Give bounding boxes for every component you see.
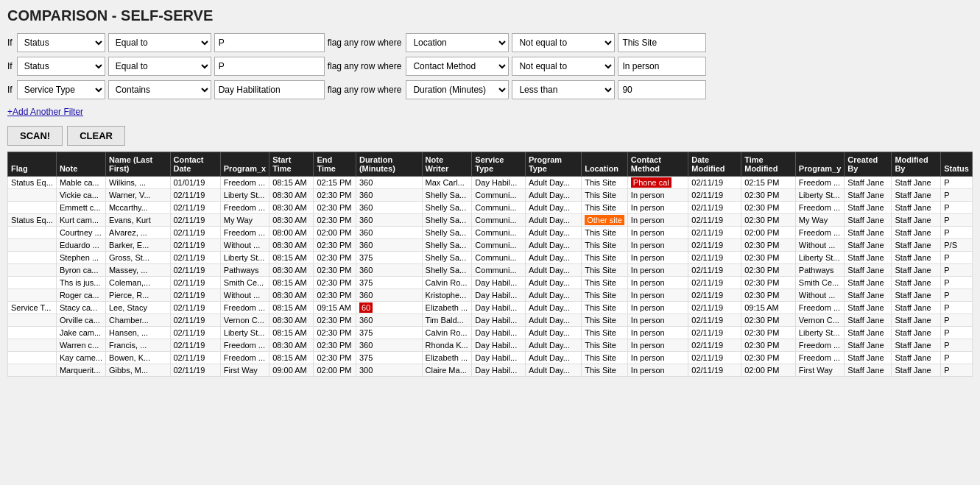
- cell-duration: 300: [356, 364, 422, 377]
- cell-name: Chamber...: [105, 314, 170, 327]
- cell-status: P: [941, 264, 973, 277]
- filter3-value[interactable]: [214, 80, 325, 99]
- cell-note: Roger ca...: [56, 289, 105, 302]
- scan-button[interactable]: SCAN!: [7, 126, 63, 146]
- cell-time-modified: 09:15 AM: [741, 302, 796, 314]
- filter3-field1[interactable]: Service Type Status: [17, 80, 105, 99]
- cell-time-modified: 02:00 PM: [741, 364, 796, 377]
- cell-duration: 360: [356, 314, 422, 327]
- cell-program-y: Smith Ce...: [795, 277, 844, 289]
- cell-date-modified: 02/11/19: [688, 327, 741, 339]
- cell-end-time: 02:15 PM: [314, 177, 356, 189]
- cell-location: This Site: [582, 327, 628, 339]
- cell-time-modified: 02:30 PM: [741, 327, 796, 339]
- cell-note-writer: Shelly Sa...: [422, 214, 472, 227]
- cell-service-type: Communi...: [472, 189, 526, 202]
- cell-location: This Site: [582, 339, 628, 352]
- filter2-value[interactable]: [214, 57, 325, 76]
- add-filter-link[interactable]: +Add Another Filter: [7, 107, 83, 117]
- cell-created-by: Staff Jane: [845, 214, 892, 227]
- filter3-condition2[interactable]: Less than Equal to Not equal to: [512, 80, 615, 99]
- cell-start-time: 08:15 AM: [269, 277, 314, 289]
- cell-service-type: Day Habil...: [472, 289, 526, 302]
- cell-start-time: 08:30 AM: [269, 264, 314, 277]
- cell-modified-by: Staff Jane: [892, 177, 941, 189]
- filter2-flag-label: flag any row where: [328, 61, 402, 71]
- cell-service-type: Day Habil...: [472, 327, 526, 339]
- cell-status: P: [941, 202, 973, 214]
- cell-contact-method: In person: [627, 289, 688, 302]
- cell-flag: [8, 252, 57, 264]
- cell-modified-by: Staff Jane: [892, 202, 941, 214]
- cell-note-writer: Shelly Sa...: [422, 264, 472, 277]
- filter2-field2[interactable]: Contact Method Location Duration (Minute…: [406, 57, 509, 76]
- filter3-field2[interactable]: Duration (Minutes) Location Contact Meth…: [406, 80, 509, 99]
- cell-program-y: First Way: [795, 364, 844, 377]
- cell-program-y: Freedom ...: [795, 177, 844, 189]
- filter1-field1[interactable]: Status Service Type Location: [17, 33, 105, 52]
- cell-contact-date: 02/11/19: [170, 277, 220, 289]
- cell-note: Kay came...: [56, 352, 105, 364]
- col-start-time: Start Time: [269, 152, 314, 177]
- cell-date-modified: 02/11/19: [688, 264, 741, 277]
- filter1-field2[interactable]: Location Contact Method Duration (Minute…: [406, 33, 509, 52]
- cell-flag: [8, 339, 57, 352]
- cell-flag: [8, 352, 57, 364]
- filter2-condition2[interactable]: Not equal to Equal to Less than: [512, 57, 615, 76]
- clear-button[interactable]: CLEAR: [67, 126, 125, 146]
- cell-duration: 360: [356, 239, 422, 252]
- cell-start-time: 08:30 AM: [269, 214, 314, 227]
- col-location: Location: [582, 152, 628, 177]
- cell-program-type: Adult Day...: [525, 264, 581, 277]
- filter3-value2[interactable]: [618, 80, 706, 99]
- table-row: Jake cam...Hansen, ...02/11/19Liberty St…: [8, 327, 973, 339]
- cell-status: P: [941, 314, 973, 327]
- cell-time-modified: 02:30 PM: [741, 264, 796, 277]
- cell-name: Lee, Stacy: [105, 302, 170, 314]
- filter3-condition[interactable]: Contains Equal to Not equal to: [108, 80, 211, 99]
- filter1-condition2[interactable]: Not equal to Equal to Less than: [512, 33, 615, 52]
- filter1-value2[interactable]: [618, 33, 706, 52]
- filter2-value2[interactable]: [618, 57, 706, 76]
- cell-created-by: Staff Jane: [845, 252, 892, 264]
- cell-program-x: Liberty St...: [220, 327, 269, 339]
- cell-service-type: Day Habil...: [472, 302, 526, 314]
- cell-service-type: Communi...: [472, 252, 526, 264]
- cell-created-by: Staff Jane: [845, 239, 892, 252]
- cell-created-by: Staff Jane: [845, 289, 892, 302]
- table-row: Vickie ca...Warner, V...02/11/19Liberty …: [8, 189, 973, 202]
- cell-flag: [8, 289, 57, 302]
- filter2-field1[interactable]: Status Service Type: [17, 57, 105, 76]
- cell-status: P: [941, 227, 973, 239]
- cell-date-modified: 02/11/19: [688, 339, 741, 352]
- cell-end-time: 02:30 PM: [314, 252, 356, 264]
- cell-program-x: Smith Ce...: [220, 277, 269, 289]
- cell-flag: [8, 227, 57, 239]
- cell-created-by: Staff Jane: [845, 339, 892, 352]
- cell-location: This Site: [582, 252, 628, 264]
- col-end-time: End Time: [314, 152, 356, 177]
- filter1-condition[interactable]: Equal to Not equal to Contains: [108, 33, 211, 52]
- cell-program-x: First Way: [220, 364, 269, 377]
- cell-program-type: Adult Day...: [525, 239, 581, 252]
- cell-status: P: [941, 252, 973, 264]
- cell-modified-by: Staff Jane: [892, 277, 941, 289]
- filter2-condition[interactable]: Equal to Not equal to Contains: [108, 57, 211, 76]
- cell-date-modified: 02/11/19: [688, 227, 741, 239]
- cell-modified-by: Staff Jane: [892, 214, 941, 227]
- filter1-value[interactable]: [214, 33, 325, 52]
- cell-start-time: 08:30 AM: [269, 339, 314, 352]
- button-row: SCAN! CLEAR: [7, 126, 973, 146]
- cell-status: P: [941, 327, 973, 339]
- cell-status: P: [941, 339, 973, 352]
- cell-location: This Site: [582, 177, 628, 189]
- cell-note-writer: Claire Ma...: [422, 364, 472, 377]
- cell-end-time: 02:00 PM: [314, 227, 356, 239]
- cell-date-modified: 02/11/19: [688, 202, 741, 214]
- cell-contact-method: Phone cal: [627, 177, 688, 189]
- cell-start-time: 08:15 AM: [269, 252, 314, 264]
- cell-contact-date: 02/11/19: [170, 227, 220, 239]
- col-time-modified: Time Modified: [741, 152, 796, 177]
- cell-duration: 360: [356, 189, 422, 202]
- cell-duration: 360: [356, 339, 422, 352]
